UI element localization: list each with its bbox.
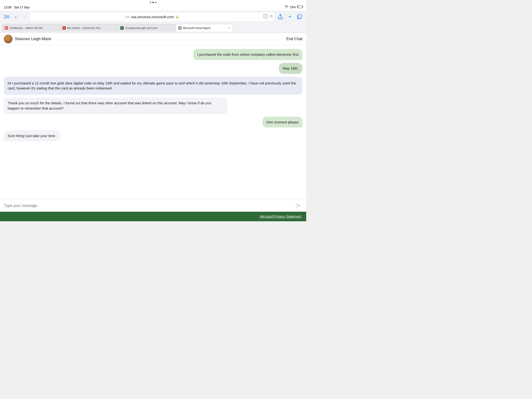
page-content: Shannen Leigh Marie End Chat I purchased… [0,33,306,212]
url-text: vsa.services.microsoft.com [131,15,174,19]
message-bubble-1: I purchased the code from online company… [193,49,302,60]
share-button[interactable] [277,13,284,21]
nav-actions: + [277,13,303,21]
tab-reader-icon[interactable] [263,14,268,19]
chat-user-name: Shannen Leigh Marie [15,37,51,41]
tab-title-ms: Microsoft Virtual Agent [183,26,226,29]
forward-button[interactable]: › [21,13,28,20]
status-time: 13:56 [4,6,12,9]
wifi-icon [285,6,288,9]
new-tab-button[interactable]: + [286,13,294,21]
message-bubble-3: Hi I purchased a 12 month live gold xbox… [4,77,302,95]
tab-favicon-ms: ✕ [178,26,182,30]
svg-rect-0 [4,15,6,19]
message-bubble-2: May 16th, [279,63,302,74]
message-row-1: I purchased the code from online company… [4,49,302,60]
tab-microsoft-virtual-agent[interactable]: ✕ Microsoft Virtual Agent ✕ [176,24,233,32]
privacy-link[interactable]: Microsoft Privacy Statement [260,215,301,218]
avatar-image [4,35,13,43]
message-row-6: Sure thing! just take your time. [4,130,302,141]
top-dots-bar [0,0,306,4]
tabs-bar: ▶ 123Movies – Watch HD Mo E My Orders – … [0,23,306,32]
browser-chrome: ‹ › AA vsa.services.microsoft.com 🔒 ↺ [0,11,306,33]
status-right: 15% [285,6,302,9]
sidebar-toggle-button[interactable] [3,13,11,21]
status-bar: 13:56 Sat 17 Sep 15% [0,4,306,11]
dot-3 [155,2,156,3]
chat-input[interactable] [4,203,292,208]
chat-input-area [0,199,306,212]
avatar [4,35,13,43]
tab-close-ms[interactable]: ✕ [227,26,230,30]
status-left: 13:56 Sat 17 Sep [4,6,29,9]
tab-favicon-123movies: ▶ [5,26,8,30]
send-button[interactable] [295,202,302,209]
back-button[interactable]: ‹ [13,13,19,20]
reader-mode-button[interactable]: AA [125,15,129,19]
battery-icon [297,6,302,9]
message-bubble-5: One moment please [262,117,302,128]
end-chat-button[interactable]: End Chat [286,37,302,41]
tab-title-efs: My Orders – Electronic Firs [67,26,114,29]
page-footer: Microsoft Privacy Statement [0,212,306,221]
message-row-2: May 16th, [4,63,302,74]
tab-123movies[interactable]: ▶ 123Movies – Watch HD Mo [2,24,59,32]
tabs-button[interactable] [296,13,303,21]
tab-electronicfirst[interactable]: E My Orders – Electronic Firs [60,24,117,32]
message-row-4: Thank you so much for the details. I fou… [4,98,302,114]
message-row-3: Hi I purchased a 12 month live gold xbox… [4,77,302,95]
tab-title-123movies: 123Movies – Watch HD Mo [9,26,57,29]
battery-level: 15% [290,6,296,9]
chat-header: Shannen Leigh Marie End Chat [0,33,306,45]
tab-troubleshoot[interactable]: ✕ Troubleshoot gift card and [118,24,175,32]
dot-1 [150,2,151,3]
reload-icon[interactable]: ↺ [270,14,273,19]
dot-2 [152,2,154,3]
tab-favicon-xb: ✕ [120,26,124,30]
nav-bar: ‹ › AA vsa.services.microsoft.com 🔒 ↺ [0,11,306,23]
status-date: Sat 17 Sep [14,6,29,9]
lock-icon: 🔒 [175,15,179,19]
message-bubble-4: Thank you so much for the details. I fou… [4,98,228,114]
message-row-5: One moment please [4,117,302,128]
tab-favicon-efs: E [63,26,66,30]
tab-title-xb: Troubleshoot gift card and [125,26,172,29]
svg-rect-6 [298,15,302,18]
message-bubble-6: Sure thing! just take your time. [4,130,60,141]
chat-header-left: Shannen Leigh Marie [4,35,51,43]
address-bar[interactable]: AA vsa.services.microsoft.com 🔒 ↺ [30,13,275,21]
chat-messages: I purchased the code from online company… [0,45,306,199]
